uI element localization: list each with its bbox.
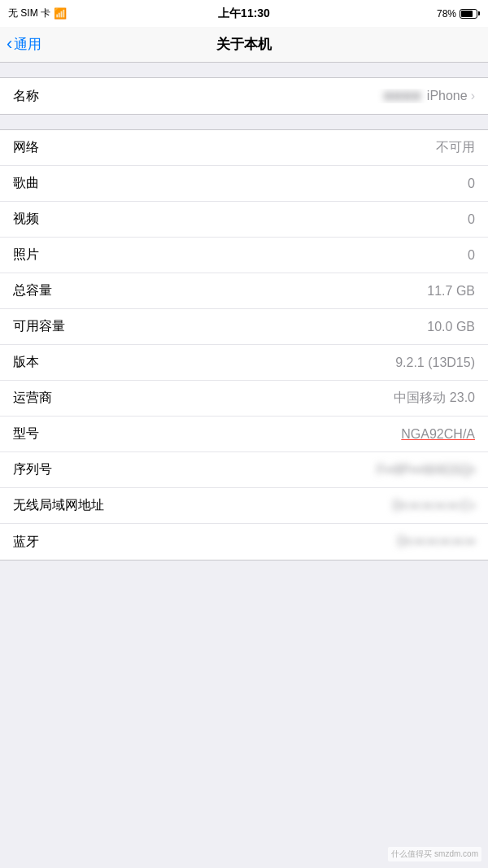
section-name: 名称 ■■■■ iPhone › (0, 77, 488, 115)
value-songs: 0 (47, 177, 475, 191)
page-title: 关于本机 (216, 35, 272, 54)
table-row-songs: 歌曲 0 (0, 166, 488, 202)
label-carrier: 运营商 (13, 390, 52, 407)
value-videos: 0 (47, 212, 475, 227)
chevron-right-icon: › (471, 89, 475, 103)
table-row-name[interactable]: 名称 ■■■■ iPhone › (0, 78, 488, 114)
status-left: 无 SIM 卡 📶 (8, 7, 67, 20)
table-row-total-capacity: 总容量 11.7 GB (0, 273, 488, 309)
label-version: 版本 (13, 354, 39, 371)
value-network: 不可用 (47, 139, 475, 156)
iphone-name-container: ■■■■ iPhone (384, 89, 467, 103)
table-row-videos: 视频 0 (0, 202, 488, 238)
label-name: 名称 (13, 88, 39, 105)
status-time: 上午11:30 (218, 7, 270, 21)
table-row-photos: 照片 0 (0, 238, 488, 273)
back-button[interactable]: ‹ 通用 (7, 35, 41, 54)
label-bluetooth: 蓝牙 (13, 534, 39, 551)
label-photos: 照片 (13, 246, 39, 264)
label-available-capacity: 可用容量 (13, 318, 65, 335)
table-row-carrier: 运营商 中国移动 23.0 (0, 381, 488, 417)
back-chevron-icon: ‹ (7, 35, 12, 53)
label-serial: 序列号 (13, 461, 52, 478)
table-row-available-capacity: 可用容量 10.0 GB (0, 309, 488, 345)
no-sim-label: 无 SIM 卡 (8, 7, 50, 20)
spacer-2 (0, 115, 488, 129)
battery-icon (460, 9, 480, 19)
status-bar: 无 SIM 卡 📶 上午11:30 78% (0, 0, 488, 27)
status-right: 78% (437, 8, 480, 20)
value-model: NGA92CH/A (47, 427, 475, 442)
label-wifi-address: 无线局域网地址 (13, 497, 104, 514)
table-row-wifi-address: 无线局域网地址 D•:••:••:••:••:C• (0, 488, 488, 524)
value-name: ■■■■ iPhone › (47, 89, 475, 103)
spacer-bottom (0, 560, 488, 575)
value-version: 9.2.1 (13D15) (47, 355, 475, 370)
value-serial: F••9P•••W4G5Q• (60, 463, 475, 478)
value-available-capacity: 10.0 GB (73, 320, 475, 334)
value-bluetooth: D•:••:••:••:••:•• (47, 534, 475, 549)
iphone-label: iPhone (427, 89, 468, 103)
spacer-1 (0, 63, 488, 77)
value-total-capacity: 11.7 GB (60, 284, 475, 299)
label-network: 网络 (13, 139, 39, 156)
section-device-info: 网络 不可用 歌曲 0 视频 0 照片 0 总容量 11.7 GB 可用容量 1… (0, 129, 488, 560)
value-wifi-address: D•:••:••:••:••:C• (112, 499, 475, 513)
table-row-bluetooth: 蓝牙 D•:••:••:••:••:•• (0, 524, 488, 560)
watermark: 什么值得买 smzdm.com (388, 847, 481, 861)
value-photos: 0 (47, 248, 475, 263)
nav-bar: ‹ 通用 关于本机 (0, 27, 488, 63)
label-total-capacity: 总容量 (13, 282, 52, 299)
value-carrier: 中国移动 23.0 (60, 390, 475, 407)
table-row-version: 版本 9.2.1 (13D15) (0, 345, 488, 381)
battery-percent: 78% (437, 8, 456, 20)
back-label: 通用 (14, 35, 41, 54)
label-model: 型号 (13, 425, 39, 443)
table-row-serial: 序列号 F••9P•••W4G5Q• (0, 452, 488, 488)
iphone-blurred-prefix: ■■■■ (384, 89, 422, 103)
table-row-model[interactable]: 型号 NGA92CH/A (0, 417, 488, 452)
wifi-icon: 📶 (54, 7, 67, 20)
label-videos: 视频 (13, 211, 39, 228)
label-songs: 歌曲 (13, 175, 39, 192)
table-row-network: 网络 不可用 (0, 130, 488, 166)
